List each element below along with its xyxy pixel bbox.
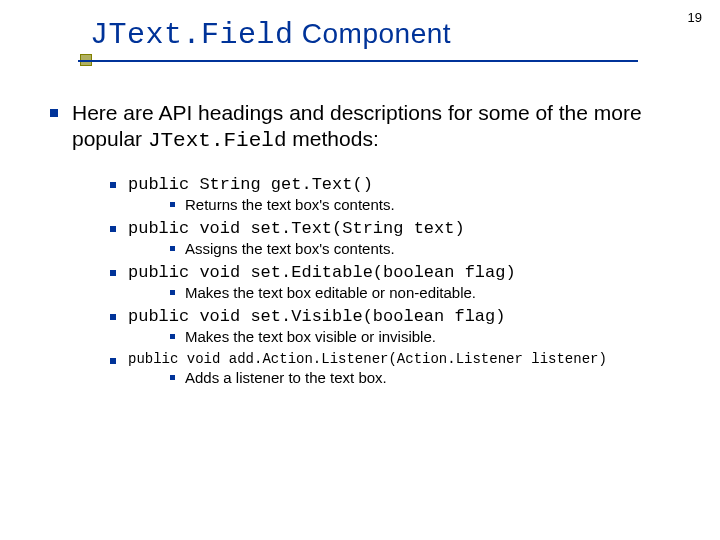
square-bullet-icon: [110, 314, 116, 320]
method-description: Makes the text box editable or non-edita…: [170, 284, 670, 301]
intro-post: methods:: [287, 127, 379, 150]
method-description: Makes the text box visible or invisible.: [170, 328, 670, 345]
square-bullet-icon: [170, 375, 175, 380]
method-desc-text: Adds a listener to the text box.: [185, 369, 387, 386]
method-signature: public void set.Editable(boolean flag): [110, 263, 670, 282]
title-rest: Component: [294, 18, 452, 49]
method-sig-text: public void set.Text(String text): [128, 219, 465, 238]
method-sig-text: public void set.Visible(boolean flag): [128, 307, 505, 326]
intro-text: Here are API headings and descriptions f…: [72, 100, 670, 155]
method-sig-text: public void set.Editable(boolean flag): [128, 263, 516, 282]
slide-title: JText.Field Component: [90, 18, 451, 52]
square-bullet-icon: [170, 246, 175, 251]
square-bullet-icon: [110, 358, 116, 364]
method-desc-text: Makes the text box visible or invisible.: [185, 328, 436, 345]
square-bullet-icon: [110, 182, 116, 188]
intro-bullet: Here are API headings and descriptions f…: [50, 100, 670, 155]
square-bullet-icon: [110, 226, 116, 232]
square-bullet-icon: [110, 270, 116, 276]
square-bullet-icon: [50, 109, 58, 117]
square-bullet-icon: [170, 334, 175, 339]
method-signature: public void add.Action.Listener(Action.L…: [110, 351, 670, 367]
square-bullet-icon: [170, 290, 175, 295]
method-signature: public void set.Visible(boolean flag): [110, 307, 670, 326]
square-bullet-icon: [170, 202, 175, 207]
method-desc-text: Assigns the text box's contents.: [185, 240, 395, 257]
body: Here are API headings and descriptions f…: [50, 100, 670, 392]
method-description: Returns the text box's contents.: [170, 196, 670, 213]
method-description: Adds a listener to the text box.: [170, 369, 670, 386]
page-number: 19: [688, 10, 702, 25]
method-sig-text: public String get.Text(): [128, 175, 373, 194]
method-desc-text: Returns the text box's contents.: [185, 196, 395, 213]
method-signature: public String get.Text(): [110, 175, 670, 194]
title-rule: [78, 60, 638, 62]
slide: 19 JText.Field Component Here are API he…: [0, 0, 720, 540]
method-description: Assigns the text box's contents.: [170, 240, 670, 257]
intro-mono: JText.Field: [148, 129, 287, 152]
method-signature: public void set.Text(String text): [110, 219, 670, 238]
title-mono: JText.Field: [90, 18, 294, 52]
method-desc-text: Makes the text box editable or non-edita…: [185, 284, 476, 301]
method-sig-text: public void add.Action.Listener(Action.L…: [128, 351, 607, 367]
